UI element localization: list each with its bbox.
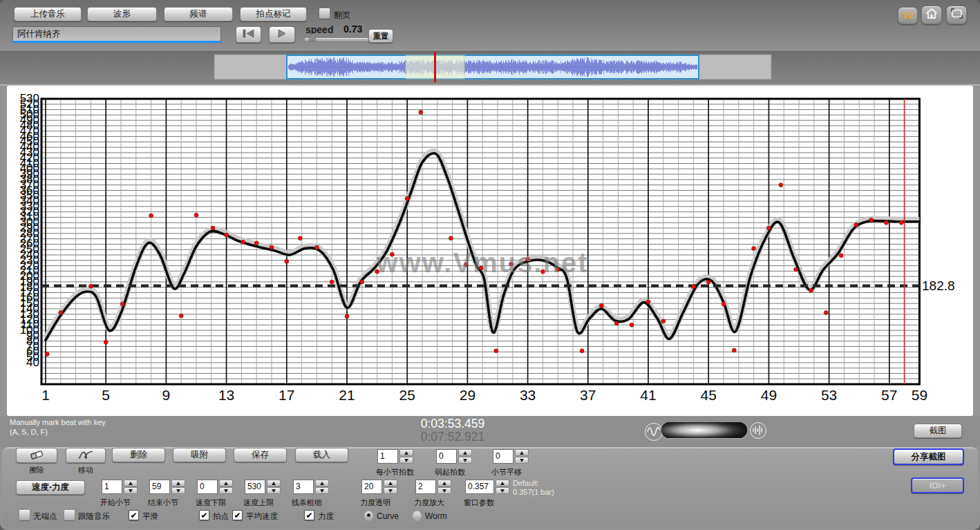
vmus-app-window: 上传音乐波形频谱拍点标记 翻页 speed 0.73 重置 V2	[0, 0, 980, 530]
end-bar-down-button[interactable]	[171, 487, 185, 494]
pickup-beats-steppers	[458, 449, 472, 464]
spinner-down-icon	[442, 489, 446, 493]
tempo-min-up-button[interactable]	[219, 480, 233, 486]
snap-button[interactable]: 吸附	[173, 448, 226, 462]
tempo-chart[interactable]	[7, 86, 973, 416]
dynamics-scale-input[interactable]: 2	[415, 480, 436, 494]
beats-per-bar-input[interactable]: 1	[377, 449, 398, 464]
share-screenshot-button[interactable]: 分享截图	[893, 448, 964, 465]
spinner-down-icon	[320, 489, 324, 493]
beat-mark-button[interactable]: 拍点标记	[240, 7, 307, 21]
waveform-overview[interactable]	[0, 50, 980, 84]
volume-slider[interactable]	[661, 422, 747, 438]
spinner-up-icon	[388, 482, 393, 485]
move-button[interactable]	[66, 448, 106, 463]
time-current: 0:03:53.459	[380, 417, 525, 431]
version-badge-text: V2	[903, 10, 914, 21]
beats-per-bar-up-button[interactable]	[399, 449, 413, 456]
pickup-beats-down-button[interactable]	[458, 457, 472, 464]
speed-reset-button[interactable]: 重置	[368, 29, 393, 43]
spinner-up-icon	[320, 482, 324, 485]
hint-line2: (A, S, D, F)	[10, 428, 106, 437]
curve-radio[interactable]	[364, 511, 373, 520]
beat-points-checkbox-label: 拍点	[213, 511, 229, 522]
average-tempo-checkbox[interactable]: ✔	[232, 510, 243, 520]
start-bar-up-button[interactable]	[124, 480, 138, 486]
pickup-beats-input[interactable]: 0	[436, 449, 457, 464]
volume-min-button[interactable]	[645, 423, 663, 441]
tempo-min-down-button[interactable]	[219, 487, 233, 494]
line-thickness-down-button[interactable]	[315, 487, 329, 494]
screenshot-button[interactable]: 截图	[914, 424, 962, 438]
bar-shift-down-button[interactable]	[515, 457, 529, 464]
end-bar-input[interactable]: 59	[149, 480, 170, 494]
tempo-min-input[interactable]: 0	[197, 480, 218, 494]
speed-slider-thumb[interactable]	[308, 33, 317, 40]
fullscreen-button[interactable]	[946, 6, 967, 24]
play-button[interactable]	[269, 26, 295, 43]
fullscreen-icon	[950, 8, 963, 22]
no-endpoints-checkbox[interactable]	[19, 510, 30, 520]
time-total: 0:07:52.921	[380, 430, 525, 444]
window-parameter-input[interactable]: 0.357	[465, 480, 494, 494]
dynamics-opacity-steppers	[384, 480, 397, 494]
window-parameter-down-button[interactable]	[496, 487, 509, 494]
tempo-max-up-button[interactable]	[267, 480, 281, 486]
worm-radio[interactable]	[413, 511, 422, 520]
beats-per-bar-steppers	[399, 449, 413, 464]
spinner-up-icon	[520, 451, 524, 455]
tempo-min-steppers	[219, 480, 233, 494]
beats-per-bar-down-button[interactable]	[399, 457, 413, 464]
tempo-max-down-button[interactable]	[267, 487, 281, 494]
dynamics-opacity-down-button[interactable]	[384, 487, 397, 494]
top-toolbar: 上传音乐波形频谱拍点标记 翻页 speed 0.73 重置 V2	[0, 0, 980, 50]
end-bar-up-button[interactable]	[171, 480, 185, 486]
spinner-down-icon	[176, 489, 180, 493]
line-thickness-up-button[interactable]	[315, 480, 329, 486]
bar-shift-input[interactable]: 0	[493, 449, 513, 464]
upload-music-button[interactable]: 上传音乐	[14, 7, 82, 21]
spinner-down-icon	[520, 459, 524, 462]
dynamics-checkbox[interactable]: ✔	[304, 510, 314, 520]
ioi-button[interactable]: IOI+	[911, 477, 964, 493]
waveform-overview-row	[0, 50, 980, 86]
start-bar-down-button[interactable]	[124, 487, 138, 494]
pickup-beats-up-button[interactable]	[458, 449, 472, 456]
follow-music-checkbox[interactable]	[64, 510, 75, 520]
erase-button-label: 擦除	[16, 465, 57, 475]
delete-button[interactable]: 删除	[112, 448, 165, 462]
bar-shift-label: 小节平移	[491, 467, 522, 477]
dynamics-opacity-up-button[interactable]	[384, 480, 397, 486]
line-thickness-label: 线条粗细	[292, 498, 322, 508]
save-button[interactable]: 保存	[234, 448, 287, 462]
spinner-down-icon	[388, 489, 393, 493]
line-thickness-input[interactable]: 3	[293, 480, 314, 494]
home-button[interactable]	[921, 6, 942, 24]
volume-max-button[interactable]	[750, 422, 766, 439]
skip-start-button[interactable]	[236, 26, 261, 43]
beat-points-checkbox[interactable]: ✔	[199, 510, 209, 520]
waveform-button[interactable]: 波形	[87, 7, 157, 21]
spinner-up-icon	[442, 482, 446, 485]
tempo-dynamics-mode-button[interactable]: 速度-力度	[16, 480, 85, 495]
spinner-down-icon	[129, 489, 133, 493]
window-parameter-up-button[interactable]	[496, 480, 509, 486]
tempo-max-input[interactable]: 530	[245, 480, 265, 494]
hint-line1: Manually mark beat with key	[10, 418, 106, 428]
eraser-icon	[28, 449, 45, 462]
curve-radio-label: Curve	[377, 511, 399, 521]
dynamics-scale-down-button[interactable]	[437, 487, 451, 494]
average-tempo-checkbox-label: 平均速度	[246, 511, 278, 522]
default-note-line2: 0.357(1 bar)	[513, 488, 554, 497]
flip-page-checkbox[interactable]	[319, 8, 330, 19]
track-name-input[interactable]	[12, 26, 221, 43]
smooth-checkbox[interactable]: ✔	[129, 510, 139, 520]
start-bar-input[interactable]: 1	[102, 480, 122, 494]
bar-shift-up-button[interactable]	[515, 449, 529, 456]
dynamics-opacity-input[interactable]: 20	[361, 480, 382, 494]
erase-button[interactable]	[16, 448, 57, 463]
dynamics-scale-up-button[interactable]	[437, 480, 451, 486]
spectrum-button[interactable]: 频谱	[164, 7, 233, 21]
dynamics-scale-steppers	[437, 480, 451, 494]
load-button[interactable]: 载入	[295, 448, 348, 462]
